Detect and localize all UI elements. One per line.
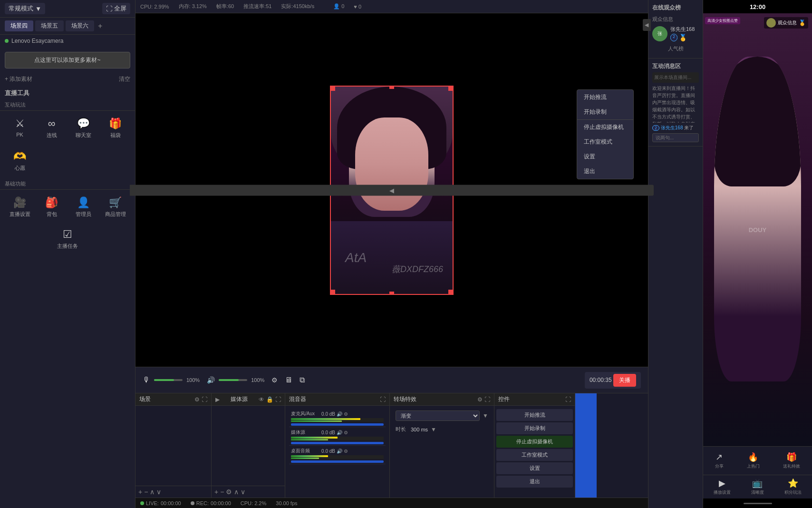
scenes-expand-icon[interactable]: ⛶ bbox=[202, 396, 207, 403]
connect-icon: ∞ bbox=[48, 117, 56, 130]
resize-handle-bl[interactable] bbox=[330, 290, 335, 294]
tool-manager[interactable]: 👤 管理员 bbox=[68, 194, 98, 221]
add-material-button[interactable]: 点这里可以添加更多素材~ bbox=[5, 52, 130, 68]
scene-tab-6[interactable]: 场景六 bbox=[66, 20, 94, 31]
phone-quality-action[interactable]: 📺 清晰度 bbox=[751, 478, 764, 496]
studio-mode-btn[interactable]: 工作室模式 bbox=[496, 449, 573, 461]
tool-live-settings[interactable]: 🎥 直播设置 bbox=[5, 194, 35, 221]
menu-start-stream[interactable]: 开始推流 bbox=[577, 90, 633, 105]
mixer-ch3-slider[interactable] bbox=[291, 460, 384, 463]
move-down-source-btn[interactable]: ∨ bbox=[241, 488, 245, 496]
menu-exit[interactable]: 退出 bbox=[577, 164, 633, 179]
chat-input[interactable] bbox=[652, 133, 699, 142]
mixer-ch2-vol-btn[interactable]: 🔊 bbox=[337, 430, 342, 435]
resize-handle-br[interactable] bbox=[448, 290, 453, 294]
end-live-button[interactable]: 关播 bbox=[613, 374, 636, 387]
sources-eye-icon[interactable]: 👁 bbox=[259, 396, 264, 403]
menu-stop-vcam[interactable]: 停止虚拟摄像机 bbox=[577, 119, 633, 135]
phone-gift-label: 送礼特效 bbox=[783, 463, 800, 469]
transition-settings-btn[interactable]: ⚙ bbox=[477, 396, 483, 403]
hot-rank-tab[interactable]: 人气榜 bbox=[652, 43, 699, 54]
speaker-volume-slider[interactable] bbox=[219, 379, 247, 381]
mixer-ch1-settings-btn[interactable]: ⚙ bbox=[344, 411, 348, 417]
timer-badge: 00:00:35 关播 bbox=[585, 372, 641, 389]
add-source-footer-btn[interactable]: + bbox=[214, 488, 218, 496]
source-settings-btn[interactable]: ⚙ bbox=[226, 488, 232, 496]
phone-points-action[interactable]: ⭐ 积分玩法 bbox=[784, 478, 802, 496]
mixer-ch1-slider[interactable] bbox=[291, 423, 384, 426]
transition-chevron-btn[interactable]: ▼ bbox=[483, 412, 488, 419]
screen-share-icon[interactable]: 🖥 bbox=[285, 376, 292, 384]
duration-label: 时长 bbox=[396, 426, 406, 433]
controls-expand-btn[interactable]: ⛶ bbox=[565, 396, 571, 403]
viewer-avatar-text: 张 bbox=[657, 30, 662, 37]
panel-transition: 转场特效 ⚙ ⛶ 渐变 ▼ 时长 300 ms ▼ bbox=[390, 393, 494, 498]
phone-gift-action[interactable]: 🎁 送礼特效 bbox=[783, 452, 800, 469]
sources-play-btn[interactable]: ▶ bbox=[215, 396, 220, 403]
sources-lock-icon[interactable]: 🔒 bbox=[266, 396, 273, 403]
exit-btn[interactable]: 退出 bbox=[496, 476, 573, 488]
tool-backpack[interactable]: 🎒 背包 bbox=[37, 194, 67, 221]
remove-source-btn[interactable]: − bbox=[220, 488, 224, 496]
phone-play-settings-action[interactable]: ▶ 播放设置 bbox=[714, 478, 731, 496]
tool-products[interactable]: 🛒 商品管理 bbox=[100, 194, 130, 221]
tool-chat[interactable]: 💬 聊天室 bbox=[68, 115, 98, 142]
fullscreen-button[interactable]: ⛶ 全屏 bbox=[102, 3, 130, 14]
add-scene-button[interactable]: + bbox=[98, 22, 102, 30]
phone-hot-action[interactable]: 🔥 上热门 bbox=[747, 452, 760, 469]
move-up-source-btn[interactable]: ∧ bbox=[234, 488, 239, 496]
scene-tab-5[interactable]: 场景五 bbox=[35, 20, 64, 31]
cpu-stat: CPU: 2.99% bbox=[140, 4, 169, 10]
stop-vcam-btn[interactable]: 停止虚拟摄像机 bbox=[496, 436, 573, 448]
products-label: 商品管理 bbox=[105, 211, 126, 218]
resize-handle-top[interactable] bbox=[389, 86, 394, 89]
menu-start-record[interactable]: 开始录制 bbox=[577, 105, 633, 119]
show-scene-notice[interactable]: 展示本场直播间... bbox=[652, 72, 699, 83]
sources-expand-icon[interactable]: ⛶ bbox=[275, 396, 281, 403]
add-source-button[interactable]: + 添加素材 bbox=[5, 75, 32, 83]
phone-bottom bbox=[703, 498, 812, 508]
transition-select[interactable]: 渐变 bbox=[396, 410, 480, 421]
remove-scene-btn[interactable]: − bbox=[144, 488, 148, 496]
mixer-ch3-top: 桌面音频 0.0 dB 🔊 ⚙ bbox=[291, 448, 384, 454]
menu-studio-mode[interactable]: 工作室模式 bbox=[577, 135, 633, 149]
phone-quality-label: 清晰度 bbox=[751, 489, 764, 496]
resize-handle-bottom[interactable] bbox=[389, 292, 394, 294]
task-item[interactable]: ☑ 主播任务 bbox=[5, 225, 130, 254]
tool-wish[interactable]: 🫶 心愿 bbox=[5, 147, 35, 175]
mixer-ch1-vol-btn[interactable]: 🔊 bbox=[337, 411, 342, 417]
mixer-ch3-settings-btn[interactable]: ⚙ bbox=[344, 449, 348, 454]
start-record-btn[interactable]: 开始录制 bbox=[496, 422, 573, 434]
transition-expand-btn[interactable]: ⛶ bbox=[484, 396, 490, 403]
pip-icon[interactable]: ⧉ bbox=[300, 376, 305, 384]
resize-handle-tr[interactable] bbox=[448, 86, 453, 91]
resize-handle-tl[interactable] bbox=[330, 86, 335, 91]
menu-settings[interactable]: 设置 bbox=[577, 149, 633, 164]
mode-label: 常规模式 bbox=[9, 4, 33, 13]
duration-chevron-btn[interactable]: ▼ bbox=[431, 426, 436, 433]
tool-gift[interactable]: 🎁 福袋 bbox=[100, 115, 130, 142]
mode-selector[interactable]: 常规模式 ▼ bbox=[5, 3, 45, 14]
move-up-scene-btn[interactable]: ∧ bbox=[150, 488, 155, 496]
move-down-scene-btn[interactable]: ∨ bbox=[156, 488, 161, 496]
start-stream-btn[interactable]: 开始推流 bbox=[496, 409, 573, 421]
sidebar-right-collapse-btn[interactable]: ◀ bbox=[643, 19, 651, 31]
phone-time: 12:00 bbox=[750, 3, 765, 10]
controls-header: 控件 ⛶ bbox=[494, 393, 575, 406]
mixer-expand-icon[interactable]: ⛶ bbox=[380, 396, 386, 403]
clear-button[interactable]: 清空 bbox=[119, 75, 130, 83]
mixer-ch2-bar-l bbox=[291, 437, 338, 439]
settings-btn[interactable]: 设置 bbox=[496, 462, 573, 474]
add-scene-footer-btn[interactable]: + bbox=[138, 488, 142, 496]
mic-volume-slider[interactable] bbox=[154, 379, 183, 381]
mixer-ch2-settings-btn[interactable]: ⚙ bbox=[344, 430, 348, 435]
tool-connect[interactable]: ∞ 连线 bbox=[37, 115, 67, 142]
sidebar-collapse-button[interactable]: ◀ bbox=[130, 185, 654, 195]
tool-pk[interactable]: ⚔ PK bbox=[5, 115, 35, 142]
mixer-ch2-slider[interactable] bbox=[291, 442, 384, 444]
scenes-settings-icon[interactable]: ⚙ bbox=[194, 396, 200, 403]
mixer-ch3-vol-btn[interactable]: 🔊 bbox=[337, 449, 342, 454]
audio-settings-icon[interactable]: ⚙ bbox=[271, 376, 278, 384]
scene-tab-4[interactable]: 场景四 bbox=[5, 20, 33, 31]
phone-share-action[interactable]: ↗ 分享 bbox=[715, 452, 724, 469]
